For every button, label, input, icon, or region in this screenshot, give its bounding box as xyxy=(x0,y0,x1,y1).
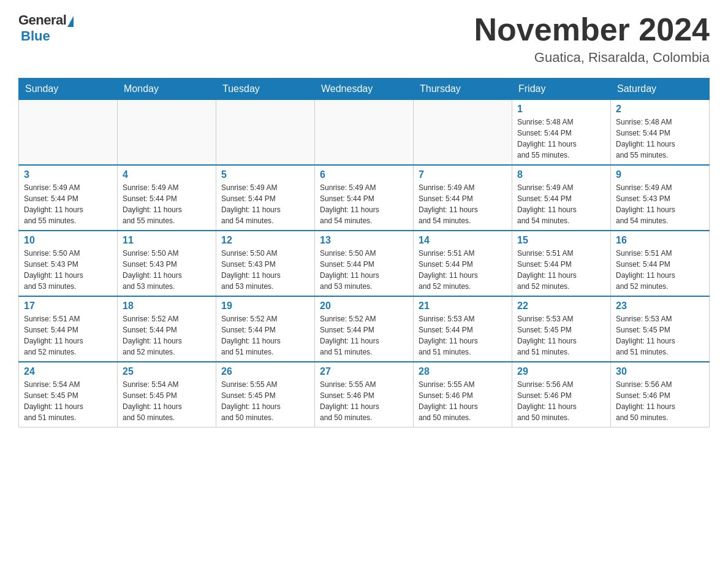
day-info: Sunrise: 5:51 AMSunset: 5:44 PMDaylight:… xyxy=(419,248,507,292)
day-number: 9 xyxy=(616,169,704,180)
day-number: 14 xyxy=(419,235,507,246)
day-info: Sunrise: 5:51 AMSunset: 5:44 PMDaylight:… xyxy=(517,248,605,292)
table-row: 13Sunrise: 5:50 AMSunset: 5:44 PMDayligh… xyxy=(315,231,414,296)
week-row-4: 17Sunrise: 5:51 AMSunset: 5:44 PMDayligh… xyxy=(19,296,710,362)
day-info: Sunrise: 5:49 AMSunset: 5:44 PMDaylight:… xyxy=(221,182,309,226)
table-row: 16Sunrise: 5:51 AMSunset: 5:44 PMDayligh… xyxy=(611,231,710,296)
day-info: Sunrise: 5:51 AMSunset: 5:44 PMDaylight:… xyxy=(616,248,704,292)
day-number: 1 xyxy=(517,104,605,115)
logo-blue-text: Blue xyxy=(21,28,50,44)
day-info: Sunrise: 5:49 AMSunset: 5:44 PMDaylight:… xyxy=(123,182,211,226)
day-number: 10 xyxy=(24,235,112,246)
day-info: Sunrise: 5:52 AMSunset: 5:44 PMDaylight:… xyxy=(221,313,309,358)
day-number: 21 xyxy=(419,301,507,312)
day-info: Sunrise: 5:54 AMSunset: 5:45 PMDaylight:… xyxy=(123,379,211,423)
calendar-header: SundayMondayTuesdayWednesdayThursdayFrid… xyxy=(19,79,710,100)
day-info: Sunrise: 5:56 AMSunset: 5:46 PMDaylight:… xyxy=(517,379,605,423)
weekday-header-friday: Friday xyxy=(512,79,611,100)
table-row: 18Sunrise: 5:52 AMSunset: 5:44 PMDayligh… xyxy=(118,296,216,362)
table-row: 4Sunrise: 5:49 AMSunset: 5:44 PMDaylight… xyxy=(118,165,216,231)
day-info: Sunrise: 5:53 AMSunset: 5:45 PMDaylight:… xyxy=(616,313,704,358)
table-row: 11Sunrise: 5:50 AMSunset: 5:43 PMDayligh… xyxy=(118,231,216,296)
day-info: Sunrise: 5:51 AMSunset: 5:44 PMDaylight:… xyxy=(24,313,112,358)
table-row: 5Sunrise: 5:49 AMSunset: 5:44 PMDaylight… xyxy=(216,165,315,231)
day-number: 12 xyxy=(221,235,309,246)
day-number: 4 xyxy=(123,169,211,180)
day-info: Sunrise: 5:50 AMSunset: 5:43 PMDaylight:… xyxy=(24,248,112,292)
table-row xyxy=(19,100,118,166)
weekday-header-monday: Monday xyxy=(118,79,216,100)
day-number: 15 xyxy=(517,235,605,246)
weekday-header-tuesday: Tuesday xyxy=(216,79,315,100)
table-row: 26Sunrise: 5:55 AMSunset: 5:45 PMDayligh… xyxy=(216,362,315,427)
day-info: Sunrise: 5:49 AMSunset: 5:44 PMDaylight:… xyxy=(419,182,507,226)
week-row-5: 24Sunrise: 5:54 AMSunset: 5:45 PMDayligh… xyxy=(19,362,710,427)
day-info: Sunrise: 5:53 AMSunset: 5:45 PMDaylight:… xyxy=(517,313,605,358)
weekday-header-row: SundayMondayTuesdayWednesdayThursdayFrid… xyxy=(19,79,710,100)
table-row: 27Sunrise: 5:55 AMSunset: 5:46 PMDayligh… xyxy=(315,362,414,427)
week-row-1: 1Sunrise: 5:48 AMSunset: 5:44 PMDaylight… xyxy=(19,100,710,166)
table-row: 6Sunrise: 5:49 AMSunset: 5:44 PMDaylight… xyxy=(315,165,414,231)
day-info: Sunrise: 5:55 AMSunset: 5:46 PMDaylight:… xyxy=(419,379,507,423)
table-row: 20Sunrise: 5:52 AMSunset: 5:44 PMDayligh… xyxy=(315,296,414,362)
day-info: Sunrise: 5:55 AMSunset: 5:45 PMDaylight:… xyxy=(221,379,309,423)
day-info: Sunrise: 5:53 AMSunset: 5:44 PMDaylight:… xyxy=(419,313,507,358)
logo: General Blue xyxy=(18,12,74,44)
day-info: Sunrise: 5:50 AMSunset: 5:43 PMDaylight:… xyxy=(221,248,309,292)
weekday-header-saturday: Saturday xyxy=(611,79,710,100)
table-row: 29Sunrise: 5:56 AMSunset: 5:46 PMDayligh… xyxy=(512,362,611,427)
day-info: Sunrise: 5:49 AMSunset: 5:43 PMDaylight:… xyxy=(616,182,704,226)
day-number: 2 xyxy=(616,104,704,115)
day-number: 23 xyxy=(616,301,704,312)
weekday-header-thursday: Thursday xyxy=(414,79,512,100)
table-row: 2Sunrise: 5:48 AMSunset: 5:44 PMDaylight… xyxy=(611,100,710,166)
day-number: 13 xyxy=(320,235,408,246)
table-row: 14Sunrise: 5:51 AMSunset: 5:44 PMDayligh… xyxy=(414,231,512,296)
day-info: Sunrise: 5:49 AMSunset: 5:44 PMDaylight:… xyxy=(24,182,112,226)
table-row: 23Sunrise: 5:53 AMSunset: 5:45 PMDayligh… xyxy=(611,296,710,362)
table-row: 30Sunrise: 5:56 AMSunset: 5:46 PMDayligh… xyxy=(611,362,710,427)
table-row xyxy=(414,100,512,166)
weekday-header-wednesday: Wednesday xyxy=(315,79,414,100)
day-info: Sunrise: 5:50 AMSunset: 5:43 PMDaylight:… xyxy=(123,248,211,292)
title-block: November 2024 Guatica, Risaralda, Colomb… xyxy=(474,12,710,66)
table-row: 9Sunrise: 5:49 AMSunset: 5:43 PMDaylight… xyxy=(611,165,710,231)
table-row: 8Sunrise: 5:49 AMSunset: 5:44 PMDaylight… xyxy=(512,165,611,231)
table-row: 19Sunrise: 5:52 AMSunset: 5:44 PMDayligh… xyxy=(216,296,315,362)
day-number: 3 xyxy=(24,169,112,180)
day-info: Sunrise: 5:48 AMSunset: 5:44 PMDaylight:… xyxy=(616,117,704,161)
table-row xyxy=(118,100,216,166)
table-row: 25Sunrise: 5:54 AMSunset: 5:45 PMDayligh… xyxy=(118,362,216,427)
day-number: 25 xyxy=(123,366,211,377)
day-number: 22 xyxy=(517,301,605,312)
page-header: General Blue November 2024 Guatica, Risa… xyxy=(18,12,710,66)
day-number: 27 xyxy=(320,366,408,377)
day-number: 24 xyxy=(24,366,112,377)
day-number: 6 xyxy=(320,169,408,180)
day-info: Sunrise: 5:49 AMSunset: 5:44 PMDaylight:… xyxy=(320,182,408,226)
table-row: 3Sunrise: 5:49 AMSunset: 5:44 PMDaylight… xyxy=(19,165,118,231)
day-info: Sunrise: 5:48 AMSunset: 5:44 PMDaylight:… xyxy=(517,117,605,161)
day-number: 7 xyxy=(419,169,507,180)
logo-triangle-icon xyxy=(67,16,74,27)
day-number: 29 xyxy=(517,366,605,377)
calendar-title: November 2024 xyxy=(474,12,710,47)
day-number: 26 xyxy=(221,366,309,377)
day-info: Sunrise: 5:55 AMSunset: 5:46 PMDaylight:… xyxy=(320,379,408,423)
day-number: 20 xyxy=(320,301,408,312)
day-number: 19 xyxy=(221,301,309,312)
table-row xyxy=(216,100,315,166)
day-number: 16 xyxy=(616,235,704,246)
calendar-subtitle: Guatica, Risaralda, Colombia xyxy=(474,50,710,66)
logo-general-text: General xyxy=(18,12,66,28)
calendar-table: SundayMondayTuesdayWednesdayThursdayFrid… xyxy=(18,78,710,427)
day-number: 30 xyxy=(616,366,704,377)
week-row-2: 3Sunrise: 5:49 AMSunset: 5:44 PMDaylight… xyxy=(19,165,710,231)
day-info: Sunrise: 5:52 AMSunset: 5:44 PMDaylight:… xyxy=(123,313,211,358)
table-row: 10Sunrise: 5:50 AMSunset: 5:43 PMDayligh… xyxy=(19,231,118,296)
day-info: Sunrise: 5:54 AMSunset: 5:45 PMDaylight:… xyxy=(24,379,112,423)
week-row-3: 10Sunrise: 5:50 AMSunset: 5:43 PMDayligh… xyxy=(19,231,710,296)
calendar-body: 1Sunrise: 5:48 AMSunset: 5:44 PMDaylight… xyxy=(19,100,710,427)
weekday-header-sunday: Sunday xyxy=(19,79,118,100)
table-row: 12Sunrise: 5:50 AMSunset: 5:43 PMDayligh… xyxy=(216,231,315,296)
